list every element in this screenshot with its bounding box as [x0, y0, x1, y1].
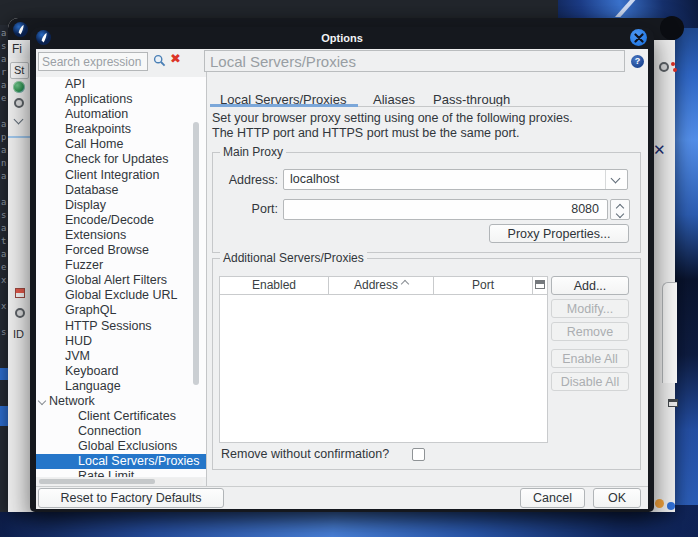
- remove-button: Remove: [551, 322, 629, 341]
- dialog-title: Options: [30, 32, 654, 44]
- spinner-down-icon[interactable]: [616, 210, 624, 218]
- main-menubar: Fi: [8, 40, 30, 58]
- column-header-address[interactable]: Address: [329, 277, 434, 294]
- main-window-corner: [660, 16, 684, 40]
- tree-item[interactable]: Encode/Decode: [36, 213, 206, 228]
- id-column-label: ID: [13, 328, 24, 340]
- table-header-row: Enabled Address Port: [220, 277, 547, 295]
- column-control-cell[interactable]: [533, 277, 547, 294]
- port-value: 8080: [571, 202, 599, 216]
- tree-item[interactable]: Call Home: [36, 137, 206, 152]
- file-menu[interactable]: Fi: [12, 42, 22, 56]
- mode-select[interactable]: St: [10, 62, 29, 79]
- panel-header: Local Servers/Proxies: [204, 50, 625, 72]
- tree-item[interactable]: Keyboard: [36, 364, 206, 379]
- column-header-label: Address: [354, 278, 398, 292]
- tree-item-selected[interactable]: Local Servers/Proxies: [36, 454, 206, 469]
- footer-divider: [36, 486, 648, 487]
- close-icon[interactable]: [630, 29, 647, 46]
- tree-item[interactable]: Fuzzer: [36, 258, 206, 273]
- tree-item[interactable]: Display: [36, 198, 206, 213]
- options-dialog: Options ✖ API Applications Automation Br…: [30, 27, 654, 512]
- remove-confirm-label: Remove without confirmation?: [221, 447, 389, 461]
- column-header-port[interactable]: Port: [434, 277, 533, 294]
- background-panel-corner: [662, 282, 677, 383]
- tree-item-network[interactable]: Network: [36, 394, 206, 409]
- expand-chevron-icon[interactable]: [38, 397, 46, 405]
- tree-item[interactable]: Extensions: [36, 228, 206, 243]
- tab-pass-through[interactable]: Pass-through: [433, 92, 510, 107]
- tab-aliases[interactable]: Aliases: [373, 92, 415, 107]
- tree-item[interactable]: Global Alert Filters: [36, 273, 206, 288]
- globe-icon[interactable]: [13, 81, 25, 93]
- record-icon[interactable]: [15, 308, 25, 318]
- main-proxy-legend: Main Proxy: [220, 145, 286, 159]
- help-icon[interactable]: ?: [631, 55, 644, 68]
- tree-item-label: Network: [49, 394, 95, 408]
- description-line: Set your browser proxy setting using one…: [212, 111, 573, 125]
- description-line: The HTTP port and HTTPS port must be the…: [212, 126, 520, 140]
- sites-icon: [668, 399, 678, 407]
- toolbar-divider: [8, 136, 30, 138]
- tree-item[interactable]: Global Exclude URL: [36, 288, 206, 303]
- proxy-properties-button[interactable]: Proxy Properties...: [489, 224, 629, 243]
- modify-button: Modify...: [551, 299, 629, 318]
- tree-item[interactable]: Connection: [36, 424, 206, 439]
- desktop: a s a r a e a p a n a a s a t a e x x s …: [0, 0, 698, 537]
- address-combobox[interactable]: localhost: [283, 169, 628, 190]
- red-indicator-dot: [673, 68, 677, 72]
- add-button[interactable]: Add...: [551, 276, 629, 295]
- tree-item[interactable]: Forced Browse: [36, 243, 206, 258]
- options-tree: API Applications Automation Breakpoints …: [36, 77, 206, 477]
- tree-item[interactable]: Breakpoints: [36, 122, 206, 137]
- tree-item[interactable]: Check for Updates: [36, 152, 206, 167]
- tree-item[interactable]: API: [36, 77, 206, 92]
- tree-vertical-scrollbar[interactable]: [193, 122, 199, 385]
- disable-all-button: Disable All: [551, 372, 629, 391]
- port-field[interactable]: 8080: [283, 199, 608, 220]
- remove-confirm-checkbox[interactable]: [412, 448, 425, 461]
- reset-defaults-button[interactable]: Reset to Factory Defaults: [38, 488, 224, 508]
- close-tab-icon[interactable]: ✕: [653, 141, 666, 159]
- column-header-enabled[interactable]: Enabled: [220, 277, 329, 294]
- tree-item[interactable]: GraphQL: [36, 303, 206, 318]
- status-orange-dot: [655, 499, 664, 508]
- clear-search-icon[interactable]: ✖: [170, 51, 181, 66]
- spider-icon[interactable]: [15, 288, 25, 298]
- chevron-down-icon[interactable]: [14, 115, 24, 125]
- address-value: localhost: [290, 172, 339, 186]
- search-input[interactable]: [38, 52, 148, 71]
- panel-divider: [206, 50, 207, 486]
- target-icon[interactable]: [14, 98, 24, 108]
- scrollbar-thumb[interactable]: [39, 479, 155, 484]
- tree-item[interactable]: Rate Limit: [36, 469, 206, 477]
- tree-item[interactable]: Client Certificates: [36, 409, 206, 424]
- tree-item[interactable]: Global Exclusions: [36, 439, 206, 454]
- dialog-content: ✖ API Applications Automation Breakpoint…: [36, 49, 648, 509]
- tree-item[interactable]: Language: [36, 379, 206, 394]
- settings-icon[interactable]: [659, 62, 669, 72]
- ok-button[interactable]: OK: [593, 488, 641, 508]
- cancel-button[interactable]: Cancel: [520, 488, 585, 508]
- tree-item[interactable]: Client Integration: [36, 168, 206, 183]
- address-label: Address:: [215, 173, 278, 187]
- enable-all-button: Enable All: [551, 349, 629, 368]
- red-indicator-dot: [671, 62, 675, 66]
- tree-item[interactable]: Database: [36, 183, 206, 198]
- tree-item[interactable]: JVM: [36, 349, 206, 364]
- proxies-table: Enabled Address Port: [219, 276, 548, 443]
- chevron-down-icon: [611, 174, 621, 184]
- tree-item[interactable]: Applications: [36, 92, 206, 107]
- combo-dropdown-button[interactable]: [605, 170, 627, 189]
- sort-asc-icon: [401, 280, 409, 288]
- tree-item[interactable]: HUD: [36, 334, 206, 349]
- port-spinner[interactable]: [610, 199, 630, 220]
- tree-item[interactable]: Automation: [36, 107, 206, 122]
- column-control-icon[interactable]: [535, 280, 545, 289]
- tree-horizontal-scrollbar[interactable]: [37, 478, 203, 485]
- port-label: Port:: [215, 202, 278, 216]
- zap-app-icon: [13, 22, 28, 37]
- search-icon[interactable]: [153, 54, 166, 67]
- tree-item[interactable]: HTTP Sessions: [36, 319, 206, 334]
- additional-proxies-legend: Additional Servers/Proxies: [220, 251, 367, 265]
